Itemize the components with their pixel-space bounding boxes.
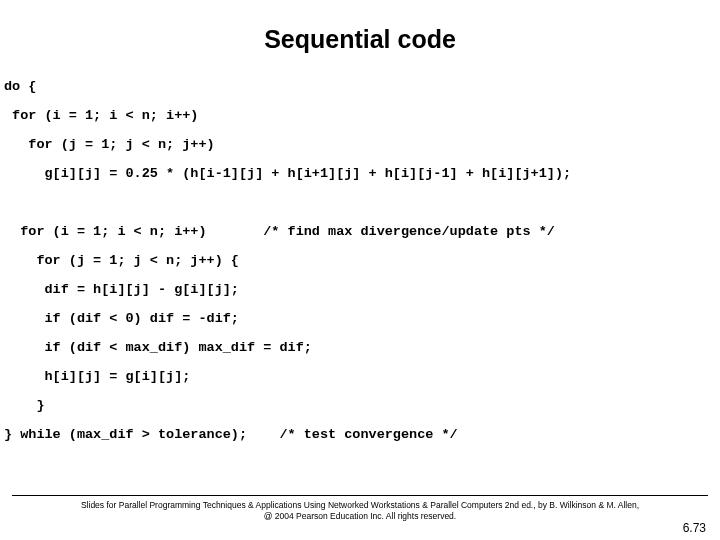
code-line: h[i][j] = g[i][j]; bbox=[4, 369, 190, 384]
slide-title: Sequential code bbox=[0, 25, 720, 54]
code-line: if (dif < 0) dif = -dif; bbox=[4, 311, 239, 326]
code-line: for (j = 1; j < n; j++) { bbox=[4, 253, 239, 268]
code-line: } while (max_dif > tolerance); /* test c… bbox=[4, 427, 458, 442]
code-listing: do { for (i = 1; i < n; i++) for (j = 1;… bbox=[0, 72, 720, 449]
page-number: 6.73 bbox=[683, 521, 706, 535]
code-line: g[i][j] = 0.25 * (h[i-1][j] + h[i+1][j] … bbox=[4, 166, 571, 181]
code-line: } bbox=[4, 398, 45, 413]
footer-divider bbox=[12, 495, 708, 496]
code-line: for (i = 1; i < n; i++) bbox=[4, 108, 198, 123]
code-line: do { bbox=[4, 79, 36, 94]
code-line: for (i = 1; i < n; i++) /* find max dive… bbox=[4, 224, 555, 239]
code-line: for (j = 1; j < n; j++) bbox=[4, 137, 215, 152]
credits-line: @ 2004 Pearson Education Inc. All rights… bbox=[12, 511, 708, 522]
code-line: if (dif < max_dif) max_dif = dif; bbox=[4, 340, 312, 355]
footer: Slides for Parallel Programming Techniqu… bbox=[0, 495, 720, 522]
footer-credits: Slides for Parallel Programming Techniqu… bbox=[12, 500, 708, 522]
code-line: dif = h[i][j] - g[i][j]; bbox=[4, 282, 239, 297]
credits-line: Slides for Parallel Programming Techniqu… bbox=[12, 500, 708, 511]
